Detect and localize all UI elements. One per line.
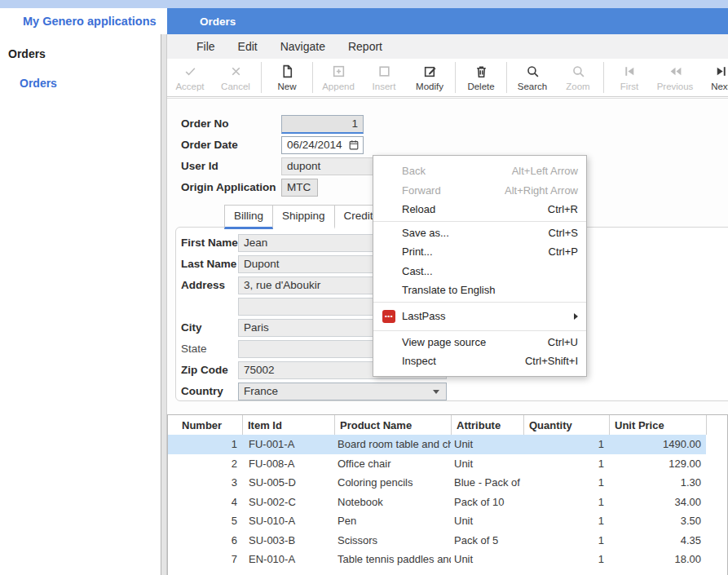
country-select[interactable]: France [238,383,447,400]
cell-number: 3 [168,476,242,489]
table-row[interactable]: 2FU-008-AOffice chairUnit1129.00 [168,454,706,474]
tab-billing[interactable]: Billing [224,205,273,229]
cell-item-id: EN-010-A [242,553,334,565]
sidebar-header[interactable]: My Genero applications [0,8,167,34]
context-menu-item-forward: ForwardAlt+Right Arrow [373,181,586,201]
tab-shipping[interactable]: Shipping [273,205,335,229]
search-button[interactable]: Search [510,64,555,91]
sidebar-splitter[interactable] [161,34,167,575]
column-header-unit-price[interactable]: Unit Price [609,415,706,435]
insert-button: Insert [361,64,407,91]
cell-number: 7 [168,553,242,565]
toolbar-button-label: First [620,82,638,91]
table-row[interactable]: 7EN-010-ATable tennis paddles andUnit118… [168,550,706,569]
context-menu-item-lastpass[interactable]: •••LastPass [373,304,586,329]
lastpass-icon: ••• [382,310,395,323]
menu-item-shortcut: Alt+Right Arrow [505,184,578,197]
menu-item-label: Reload [402,203,548,215]
toolbar-separator [312,62,313,93]
menubar: FileEditNavigateReport [167,34,728,59]
cell-product-name: Table tennis paddles and [334,553,451,565]
order-no-field[interactable]: 1 [281,115,364,134]
cell-quantity: 1 [523,476,609,489]
context-menu-item-cast[interactable]: Cast... [373,262,586,281]
context-menu-item-translate-to-english[interactable]: Translate to English [373,281,586,300]
cell-product-name: Pen [334,515,451,527]
menu-item-shortcut: Ctrl+Shift+I [525,355,578,367]
order-date-value: 06/24/2014 [287,139,342,151]
check-icon [183,64,197,80]
menu-separator [373,302,586,303]
menu-file[interactable]: File [196,40,215,53]
toolbar-button-label: Previous [657,82,694,91]
column-header-item-id[interactable]: Item Id [242,415,334,435]
table-row[interactable]: 1FU-001-ABoard room table and chUnit1149… [168,435,706,454]
delete-button[interactable]: Delete [458,64,504,91]
tab-orders-window[interactable]: Orders [167,8,728,34]
cell-quantity: 1 [523,496,609,508]
zip-code-label: Zip Code [181,361,228,379]
menu-item-label: Print... [402,245,549,258]
context-menu: BackAlt+Left ArrowForwardAlt+Right Arrow… [373,155,587,377]
next-button[interactable]: Next [698,64,728,91]
modify-button[interactable]: Modify [407,64,452,91]
country-label: Country [181,383,223,400]
context-menu-item-inspect[interactable]: InspectCtrl+Shift+I [373,352,586,371]
column-header-attribute[interactable]: Attribute [451,415,523,435]
menu-edit[interactable]: Edit [238,40,258,53]
sidebar-group-orders: Orders [8,47,161,60]
menu-item-gutter: ••• [382,310,402,323]
origin-application-field[interactable]: MTC [281,179,318,197]
sidebar-item-orders[interactable]: Orders [20,77,161,90]
cell-number: 5 [168,515,242,527]
menu-item-shortcut: Ctrl+P [549,245,578,258]
context-menu-item-back: BackAlt+Left Arrow [373,161,586,181]
toolbar-button-label: Accept [175,82,204,91]
cell-attribute: Pack of 10 [451,496,523,508]
column-header-number[interactable]: Number [168,415,242,435]
menu-item-label: Inspect [402,355,525,367]
search-magnifier-icon [526,64,540,80]
table-row[interactable]: 6SU-003-BScissorsPack of 514.35 [168,531,706,551]
cell-unit-price: 34.00 [609,496,706,508]
cell-attribute: Blue - Pack of 1 [451,476,523,489]
menu-item-shortcut: Ctrl+U [548,336,578,348]
toolbar-button-label: Next [711,82,728,91]
cell-product-name: Office chair [334,458,451,470]
cell-product-name: Board room table and ch [334,438,451,450]
toolbar-button-label: Zoom [566,82,589,91]
table-row[interactable]: 4SU-002-CNotebookPack of 10134.00 [168,493,706,512]
table-row[interactable]: 3SU-005-DColoring pencilsBlue - Pack of … [168,473,706,493]
new-button[interactable]: New [264,64,310,91]
toolbar-separator [506,62,507,93]
menu-item-label: Translate to English [402,284,578,296]
state-label: State [181,340,207,358]
cell-item-id: SU-010-A [242,515,334,527]
modify-pencil-icon [423,64,437,80]
toolbar-separator [261,62,262,93]
menu-report[interactable]: Report [348,40,382,53]
cell-attribute: Unit [451,438,523,450]
order-date-field[interactable]: 06/24/2014 [281,136,364,154]
cell-item-id: SU-005-D [242,476,334,489]
order-date-label: Order Date [181,136,238,154]
menu-navigate[interactable]: Navigate [280,40,325,53]
cell-unit-price: 129.00 [609,458,706,470]
column-header-quantity[interactable]: Quantity [523,415,609,435]
cell-unit-price: 1.30 [609,476,706,489]
context-menu-item-save-as[interactable]: Save as...Ctrl+S [373,223,586,243]
context-menu-item-reload[interactable]: ReloadCtrl+R [373,200,586,219]
append-button: Append [315,64,361,91]
table-row[interactable]: 5SU-010-APenUnit13.50 [168,511,706,531]
context-menu-item-view-page-source[interactable]: View page sourceCtrl+U [373,333,586,352]
order-no-label: Order No [181,115,229,133]
insert-square-icon [377,64,391,80]
cell-item-id: FU-001-A [242,438,334,450]
column-header-product-name[interactable]: Product Name [334,415,451,435]
last-name-label: Last Name [181,255,236,273]
order-lines-table: NumberItem IdProduct NameAttributeQuanti… [167,414,728,575]
calendar-icon[interactable] [348,139,360,154]
accept-button: Accept [167,64,213,91]
cell-number: 1 [168,438,242,450]
context-menu-item-print[interactable]: Print...Ctrl+P [373,242,586,262]
